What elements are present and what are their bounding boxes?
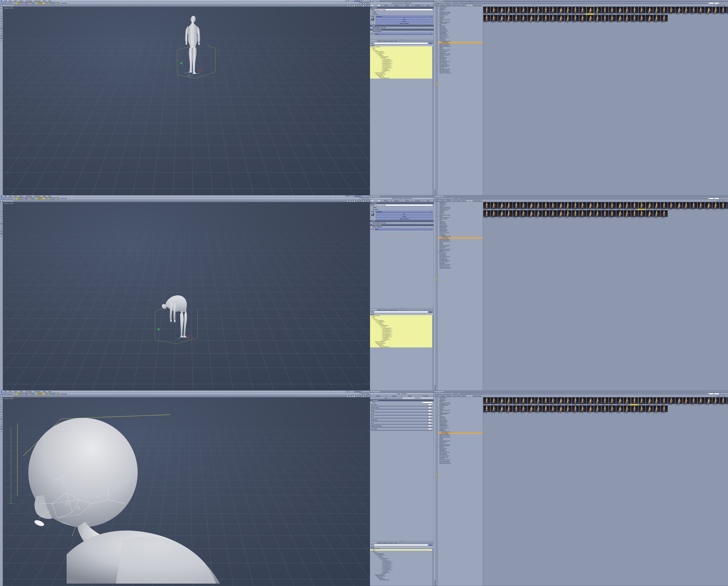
menu-animation[interactable]: Animation bbox=[24, 391, 33, 393]
folder-item-electrocat[interactable]: Electrocat bbox=[438, 443, 483, 444]
show-object-checkbox[interactable]: ✓ bbox=[371, 222, 372, 223]
pose-thumbnail[interactable]: HoneyBu... bbox=[668, 202, 675, 210]
folder-item-deepsea[interactable]: Deepsea bbox=[438, 211, 483, 212]
scene-tree-item[interactable]: └ Left Small Toe 1 bbox=[370, 568, 432, 569]
tab-modifiers[interactable]: Modifiers bbox=[370, 395, 386, 397]
folder-item-elegant-fantasy-pos[interactable]: Elegant Fantasy Pos bbox=[438, 248, 483, 250]
orbit-tool[interactable]: ◎ bbox=[0, 410, 2, 412]
tab-instances[interactable]: Instances bbox=[370, 40, 377, 42]
pose-thumbnail[interactable]: HoneyBu... bbox=[579, 15, 586, 23]
time-field[interactable] bbox=[709, 198, 714, 199]
scene-tree-item[interactable]: └ Left Foot bbox=[370, 55, 432, 56]
menu-insert[interactable]: Insert bbox=[18, 391, 24, 393]
folder-item-dm-poses[interactable]: DM Poses bbox=[438, 416, 483, 418]
folder-item-diane[interactable]: ▶Diane bbox=[438, 411, 483, 412]
pose-thumbnail[interactable]: HoneyBu... bbox=[690, 202, 697, 210]
folder-item-e-bike[interactable]: E-Bike bbox=[438, 242, 483, 244]
folder-item-f4-comic-combat[interactable]: F4-Comic Combat bbox=[438, 460, 483, 462]
tab-smart-content[interactable]: Smart Content bbox=[473, 4, 482, 6]
viewport-3d[interactable]: Camera 1 100% bbox=[3, 7, 370, 195]
folder-item-dark-princess[interactable]: Dark Princess bbox=[438, 6, 483, 8]
sequencer-titlebar[interactable]: ▤Sequencer bbox=[434, 391, 728, 393]
maximize-button[interactable]: □ bbox=[366, 195, 367, 197]
shader-preview[interactable] bbox=[371, 17, 374, 21]
pose-thumbnail[interactable]: HoneyBu... bbox=[550, 15, 557, 23]
scene-tree-item[interactable]: └ Right Foot bbox=[370, 76, 432, 77]
pose-thumbnail[interactable]: HoneyBu... bbox=[557, 210, 564, 218]
folder-item-elvendress[interactable]: ElvenDress bbox=[438, 449, 483, 450]
browser-menu-button[interactable]: ▾ bbox=[726, 395, 727, 397]
folder-item-honeybunexpress[interactable]: HoneyBunExpress bbox=[438, 431, 483, 433]
folder-item-esandra[interactable]: ▶ESandra bbox=[438, 251, 483, 252]
pose-thumbnail[interactable]: HoneyBu... bbox=[638, 397, 646, 405]
pose-thumbnail[interactable]: HoneyBu... bbox=[624, 405, 631, 413]
loop-toggle[interactable]: ↻ bbox=[722, 2, 723, 4]
scene-tree-item[interactable]: └ Left Big Toe bbox=[370, 570, 432, 572]
group-tool[interactable]: ▢ bbox=[50, 2, 52, 4]
pose-thumbnail[interactable]: HoneyBu... bbox=[535, 210, 542, 218]
scene-tree-item[interactable]: └ Right Thigh Bend bbox=[370, 72, 432, 74]
folder-item-dazmagfree-lunchti[interactable]: DazMagFree_lunchti bbox=[438, 403, 483, 405]
scene-tree-item[interactable]: └ Right Metatarsals bbox=[370, 77, 432, 79]
section-view[interactable]: ▼View bbox=[370, 220, 433, 222]
tab-clip[interactable]: Clip bbox=[452, 395, 456, 397]
pose-thumbnail[interactable]: HoneyBu... bbox=[505, 405, 512, 413]
expand-icon[interactable]: ▶ bbox=[438, 411, 439, 412]
axis-toggle[interactable]: ◆ bbox=[365, 393, 367, 395]
folder-item-dm[interactable]: ▶DM bbox=[438, 24, 483, 26]
menu-help[interactable]: Help bbox=[47, 0, 52, 2]
marquee-tool[interactable]: ▭ bbox=[0, 415, 2, 417]
folder-item-expressive-for-gene[interactable]: Expressive for Gene bbox=[438, 459, 483, 460]
room-selector[interactable]: Assemble▾ bbox=[354, 195, 363, 197]
scene-tree-item[interactable]: └ Left Small Toe 4_2 bbox=[370, 60, 432, 61]
layers-tool[interactable]: ≡ bbox=[0, 420, 2, 422]
folder-item-dpdinerexterior[interactable]: DPDinerExterior bbox=[438, 421, 483, 422]
folder-item-e-bike[interactable]: E-Bike bbox=[438, 47, 483, 48]
folder-item-expressive-for-gene[interactable]: Expressive for Gene bbox=[438, 264, 483, 265]
folder-item-dazmagfree-lunchti[interactable]: DazMagFree_lunchti bbox=[438, 13, 483, 14]
scroll-left-button[interactable]: ◀ bbox=[722, 200, 723, 202]
animation-side-tab[interactable]: Animation bbox=[434, 397, 436, 586]
tab-scenes[interactable]: Scenes bbox=[434, 200, 440, 202]
close-button[interactable]: × bbox=[368, 391, 369, 393]
shaded-mode-icon[interactable]: ● bbox=[356, 395, 358, 397]
help-tool[interactable]: ? bbox=[0, 39, 2, 42]
pose-thumbnail[interactable]: HoneyBu... bbox=[491, 15, 498, 23]
pose-thumbnail[interactable]: HoneyBu... bbox=[631, 7, 638, 15]
tab-misc[interactable]: Misc bbox=[456, 395, 460, 397]
pose-thumbnail[interactable]: HoneyBu... bbox=[520, 210, 527, 218]
shader-select[interactable]: Eyelashes▾ bbox=[376, 16, 433, 18]
scene-tree-item[interactable]: └ Pelvis bbox=[370, 319, 432, 320]
go-start-button[interactable]: |◀ bbox=[434, 198, 436, 199]
pose-thumbnail[interactable]: HoneyBu... bbox=[564, 202, 572, 210]
tab-objects[interactable]: Objects bbox=[440, 395, 446, 397]
grid-tool[interactable]: ▦ bbox=[0, 27, 2, 29]
scene-tree-item[interactable]: └ Left Small Toe 1 bbox=[370, 66, 432, 68]
folder-item-everyday-poses-for[interactable]: Everyday Poses for bbox=[438, 260, 483, 261]
panel-splitter[interactable] bbox=[370, 39, 433, 40]
folder-item-digiporrpredatorpre[interactable]: DigiporrPredatorPre bbox=[438, 217, 483, 218]
scene-tree-item[interactable]: └ Hip bbox=[370, 551, 432, 552]
tab-sounds[interactable]: Sounds bbox=[388, 40, 394, 42]
pose-thumbnail[interactable]: HoneyBu... bbox=[483, 15, 491, 23]
grid-tool[interactable]: ▦ bbox=[0, 222, 2, 224]
parameter-slider-track[interactable] bbox=[371, 415, 433, 416]
folder-item-elegant-fantasy-pos[interactable]: Elegant Fantasy Pos bbox=[438, 53, 483, 55]
slider-thumb[interactable] bbox=[372, 427, 374, 428]
folder-item-dragonfly[interactable]: Dragonfly bbox=[438, 234, 483, 235]
folder-item-edwardiansuit[interactable]: EdwardianSuit bbox=[438, 441, 483, 443]
rewind-button[interactable]: ◀◀ bbox=[437, 198, 439, 199]
folder-item-honeybun06[interactable]: HoneyBun06 bbox=[438, 42, 483, 43]
folder-item-elvendress[interactable]: ElvenDress bbox=[438, 254, 483, 255]
folder-item-eloioncedark[interactable]: EloiOnceDark bbox=[438, 448, 483, 449]
camera-view-tool[interactable]: ▣ bbox=[0, 427, 2, 430]
pose-thumbnail[interactable]: HoneyBu... bbox=[542, 202, 550, 210]
help-button[interactable]: ? bbox=[726, 2, 727, 4]
pose-thumbnail[interactable]: HoneyBu... bbox=[498, 397, 505, 405]
scene-tree-item[interactable]: Genesis 3 Female bbox=[370, 315, 432, 316]
pose-thumbnail[interactable]: HoneyBu... bbox=[572, 210, 579, 218]
tab-misc[interactable]: Misc bbox=[423, 4, 433, 6]
panel-splitter[interactable] bbox=[370, 308, 433, 309]
folder-item-dragonfly[interactable]: Dragonfly bbox=[438, 38, 483, 39]
pose-thumbnail[interactable]: HoneyBu... bbox=[587, 202, 594, 210]
